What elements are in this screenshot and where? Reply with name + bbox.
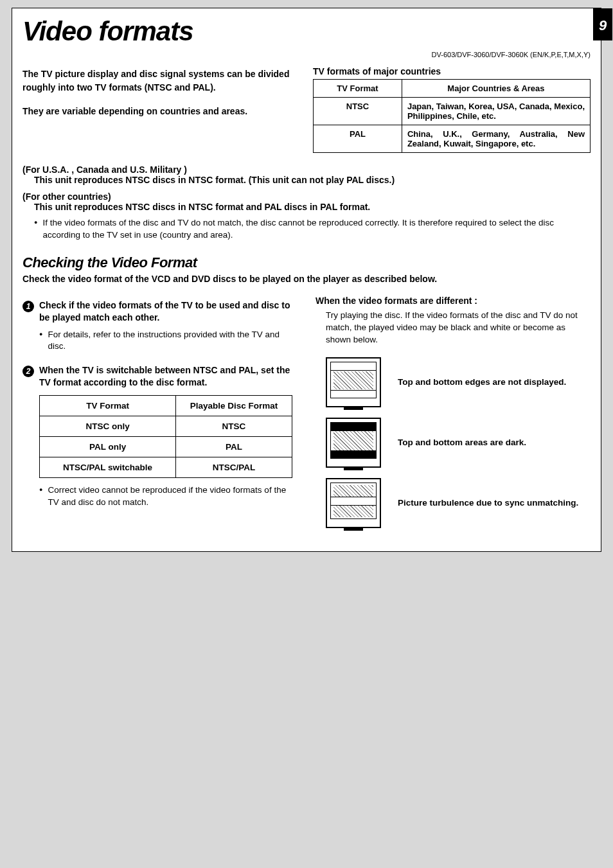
- playable-cell-tv: PAL only: [40, 437, 176, 457]
- checking-sub: Check the video format of the VCD and DV…: [22, 274, 591, 284]
- playable-table: TV Format Playable Disc Format NTSC only…: [39, 395, 292, 478]
- tv-darkbars-icon: [326, 418, 381, 468]
- step-1-detail: For details, refer to the instructions p…: [48, 329, 298, 353]
- bullet-icon: [39, 329, 42, 353]
- formats-cell-format: NTSC: [314, 98, 402, 125]
- checking-title: Checking the Video Format: [22, 254, 591, 271]
- table-row: NTSC only NTSC: [40, 416, 292, 437]
- table-row: PAL China, U.K., Germany, Australia, New…: [314, 125, 591, 153]
- different-body: Try playing the disc. If the video forma…: [326, 310, 591, 346]
- table-row: NTSC/PAL switchable NTSC/PAL: [40, 457, 292, 478]
- formats-th-areas: Major Countries & Areas: [402, 80, 590, 98]
- formats-th-format: TV Format: [314, 80, 402, 98]
- step-number-1: 1: [22, 301, 34, 312]
- intro-paragraph-2: They are variable depending on countries…: [22, 105, 300, 118]
- playable-cell-disc: NTSC: [176, 416, 292, 437]
- region-other-head: (For other countries): [22, 191, 591, 202]
- symptom-2-text: Top and bottom areas are dark.: [398, 437, 526, 448]
- formats-cell-format: PAL: [314, 125, 402, 153]
- page-title: Video formats: [22, 13, 193, 47]
- page-number: 9: [593, 8, 612, 40]
- table-row: NTSC Japan, Taiwan, Korea, USA, Canada, …: [314, 98, 591, 125]
- playable-cell-tv: NTSC only: [40, 416, 176, 437]
- step-2-text: When the TV is switchable between NTSC a…: [39, 364, 298, 389]
- region-usa-body: This unit reproduces NTSC discs in NTSC …: [34, 175, 591, 185]
- formats-cell-areas: China, U.K., Germany, Australia, New Zea…: [402, 125, 590, 153]
- step-1-text: Check if the video formats of the TV to …: [39, 299, 298, 324]
- step-number-2: 2: [22, 366, 34, 377]
- bullet-icon: [39, 484, 42, 509]
- symptom-1-text: Top and bottom edges are not displayed.: [398, 376, 566, 388]
- region-other-body: This unit reproduces NTSC discs in NTSC …: [34, 202, 591, 212]
- different-head: When the video formats are different :: [315, 296, 591, 306]
- left-bottom-bullet: Correct video cannot be reproduced if th…: [48, 484, 298, 509]
- intro-paragraph-1: The TV picture display and disc signal s…: [22, 67, 300, 94]
- playable-th-disc: Playable Disc Format: [176, 396, 292, 416]
- playable-cell-disc: NTSC/PAL: [176, 457, 292, 478]
- model-line: DV-603/DVF-3060/DVF-3060K (EN/K,P,E,T,M,…: [22, 51, 591, 58]
- tv-turbulence-icon: [326, 478, 381, 528]
- tv-crop-icon: [326, 357, 381, 407]
- formats-table-caption: TV formats of major countries: [313, 66, 591, 76]
- playable-cell-disc: PAL: [176, 437, 292, 457]
- formats-cell-areas: Japan, Taiwan, Korea, USA, Canada, Mexic…: [402, 98, 590, 125]
- bullet-icon: [34, 217, 37, 242]
- region-usa-head: (For U.S.A. , Canada and U.S. Military ): [22, 164, 591, 175]
- symptom-row: Top and bottom edges are not displayed.: [326, 357, 591, 407]
- symptom-row: Top and bottom areas are dark.: [326, 418, 591, 468]
- region-bullet-text: If the video formats of the disc and TV …: [42, 217, 591, 242]
- playable-cell-tv: NTSC/PAL switchable: [40, 457, 176, 478]
- symptom-3-text: Picture turbulence due to sync unmatchin…: [398, 497, 578, 509]
- table-row: PAL only PAL: [40, 437, 292, 457]
- playable-th-tv: TV Format: [40, 396, 176, 416]
- symptom-row: Picture turbulence due to sync unmatchin…: [326, 478, 591, 528]
- formats-table: TV Format Major Countries & Areas NTSC J…: [313, 79, 591, 153]
